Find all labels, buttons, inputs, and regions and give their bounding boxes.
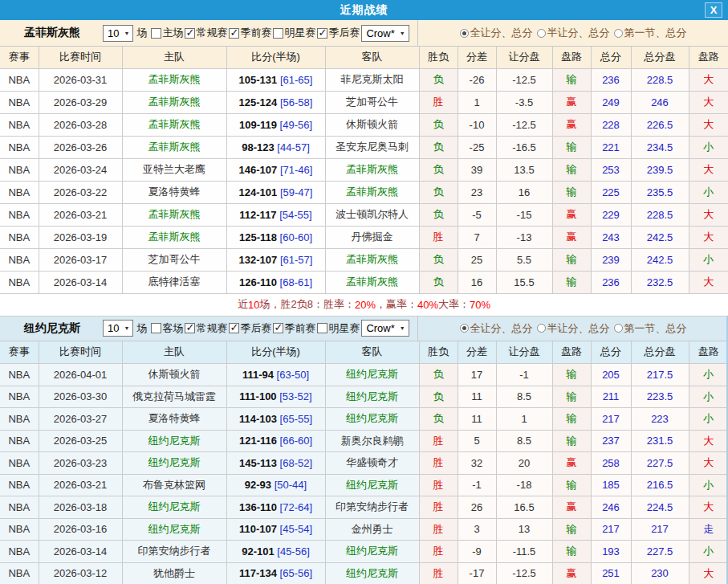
filter-checkbox-group: 客场常规赛季后赛季前赛明星赛 (149, 321, 360, 336)
checkbox-checked-icon[interactable] (273, 323, 283, 333)
cell-home-team: 孟菲斯灰熊 (122, 68, 226, 91)
cell-point-diff: 25 (458, 248, 496, 271)
filter-controls: 纽约尼克斯 10 ▼ 场 客场常规赛季后赛季前赛明星赛 Crow* ▼ (0, 317, 418, 341)
filter-option[interactable]: 季前赛 (227, 26, 271, 40)
checkbox-checked-icon[interactable] (229, 28, 239, 39)
checkbox-unchecked-icon[interactable] (273, 28, 283, 39)
cell-win-loss: 负 (419, 408, 458, 431)
cell-handicap-result: 输 (552, 271, 591, 293)
filter-option[interactable]: 季后赛 (315, 26, 360, 40)
cell-total-points: 246 (591, 496, 631, 519)
filter-option[interactable]: 明星赛 (315, 321, 360, 336)
cell-over-under: 大 (689, 452, 728, 475)
column-header: 盘路 (552, 47, 591, 68)
checkbox-checked-icon[interactable] (317, 28, 327, 39)
radio-selected-icon[interactable] (460, 324, 469, 333)
cell-away-team: 华盛顿奇才 (325, 452, 419, 475)
full-score: 92-101 (242, 545, 274, 557)
cell-point-diff: 26 (458, 496, 496, 519)
full-score: 111-100 (239, 390, 276, 402)
cell-point-diff: 1 (458, 91, 496, 113)
cell-handicap-result: 赢 (552, 452, 591, 475)
filter-option[interactable]: 常规赛 (183, 321, 227, 336)
radio-icon[interactable] (537, 324, 546, 333)
cell-league: NBA (0, 158, 39, 181)
cell-home-team: 底特律活塞 (122, 271, 226, 293)
odds-mode-option[interactable]: 半让分、总分 (537, 321, 610, 336)
odds-provider-select[interactable]: Crow* ▼ (361, 25, 409, 42)
checkbox-checked-icon[interactable] (185, 28, 195, 39)
odds-mode-radio-group: 全让分、总分半让分、总分第一节、总分 (418, 317, 728, 341)
checkbox-checked-icon[interactable] (229, 323, 239, 333)
close-button[interactable]: X (705, 2, 722, 18)
cell-handicap-line: -12.5 (496, 68, 552, 91)
column-header: 客队 (325, 47, 419, 68)
full-score: 110-107 (239, 523, 277, 535)
column-header: 分差 (458, 47, 496, 68)
checkbox-unchecked-icon[interactable] (151, 323, 161, 333)
full-score: 125-118 (239, 231, 277, 243)
odds-mode-option[interactable]: 半让分、总分 (537, 26, 610, 40)
cell-handicap-line: 1 (496, 408, 552, 431)
cell-total-points: 236 (591, 68, 631, 91)
cell-total-line: 227.5 (631, 452, 689, 475)
cell-handicap-result: 输 (552, 408, 591, 431)
filter-option[interactable]: 主场 (149, 26, 183, 40)
cell-total-points: 258 (591, 452, 631, 475)
filter-bar-grizzlies: 孟菲斯灰熊 10 ▼ 场 主场常规赛季前赛明星赛季后赛 Crow* ▼ 全让分、… (0, 20, 728, 47)
game-row: NBA2026-03-22夏洛特黄蜂124-101 [59-47]孟菲斯灰熊负2… (0, 181, 728, 203)
cell-score: 92-93 [50-44] (226, 474, 325, 496)
cell-point-diff: 7 (458, 226, 496, 248)
cell-score: 114-103 [65-55] (226, 408, 325, 431)
cell-handicap-line: 13.5 (496, 158, 552, 181)
cell-away-team: 孟菲斯灰熊 (325, 181, 419, 203)
cell-total-line: 224.5 (631, 496, 689, 519)
cell-away-team: 孟菲斯灰熊 (325, 271, 419, 293)
cell-league: NBA (0, 248, 39, 271)
odds-mode-option[interactable]: 第一节、总分 (614, 321, 687, 336)
cell-point-diff: -17 (458, 562, 496, 584)
cell-point-diff: 11 (458, 386, 496, 408)
checkbox-unchecked-icon[interactable] (151, 28, 161, 39)
cell-league: NBA (0, 474, 39, 496)
column-header: 主队 (122, 341, 226, 364)
dialog-titlebar: 近期战绩 X (0, 0, 728, 20)
filter-option[interactable]: 季后赛 (227, 321, 271, 336)
game-row: NBA2026-03-26孟菲斯灰熊98-123 [44-57]圣安东尼奥马刺负… (0, 136, 728, 158)
checkbox-unchecked-icon[interactable] (317, 323, 327, 333)
radio-selected-icon[interactable] (460, 29, 469, 38)
cell-score: 110-107 [45-54] (226, 518, 325, 541)
cell-home-team: 亚特兰大老鹰 (122, 158, 226, 181)
radio-icon[interactable] (614, 324, 623, 333)
game-row: NBA2026-04-01休斯顿火箭111-94 [63-50]纽约尼克斯负17… (0, 364, 728, 386)
cell-handicap-line: -13 (496, 226, 552, 248)
game-row: NBA2026-03-31孟菲斯灰熊105-131 [61-65]菲尼克斯太阳负… (0, 68, 728, 91)
radio-icon[interactable] (537, 29, 546, 38)
odds-mode-option[interactable]: 第一节、总分 (614, 26, 687, 40)
filter-option[interactable]: 季前赛 (271, 321, 315, 336)
filter-option[interactable]: 常规赛 (183, 26, 227, 40)
table-header-row: 赛事比赛时间主队比分(半场)客队胜负分差让分盘盘路总分总分盘盘路 (0, 341, 728, 364)
summary-segment: 近 (238, 297, 248, 312)
checkbox-checked-icon[interactable] (185, 323, 195, 333)
half-score: [61-57] (277, 254, 312, 266)
games-count-select[interactable]: 10 ▼ (103, 25, 133, 42)
summary-segment: 40% (417, 299, 438, 311)
filter-option[interactable]: 明星赛 (271, 26, 315, 40)
odds-mode-option[interactable]: 全让分、总分 (460, 321, 533, 336)
cell-home-team: 夏洛特黄蜂 (122, 408, 226, 431)
filter-option[interactable]: 客场 (149, 321, 183, 336)
full-score: 98-123 (242, 141, 274, 153)
cell-date: 2026-03-17 (39, 248, 122, 271)
odds-mode-option[interactable]: 全让分、总分 (460, 26, 533, 40)
cell-handicap-result: 输 (552, 248, 591, 271)
cell-score: 105-131 [61-65] (226, 68, 325, 91)
cell-total-line: 227.5 (631, 541, 689, 563)
odds-provider-select[interactable]: Crow* ▼ (361, 320, 409, 337)
cell-away-team: 纽约尼克斯 (325, 474, 419, 496)
games-count-select[interactable]: 10 ▼ (103, 320, 133, 337)
filter-option-label: 季前赛 (284, 321, 315, 336)
cell-over-under: 小 (689, 408, 728, 431)
radio-icon[interactable] (614, 29, 623, 38)
cell-total-points: 239 (591, 248, 631, 271)
